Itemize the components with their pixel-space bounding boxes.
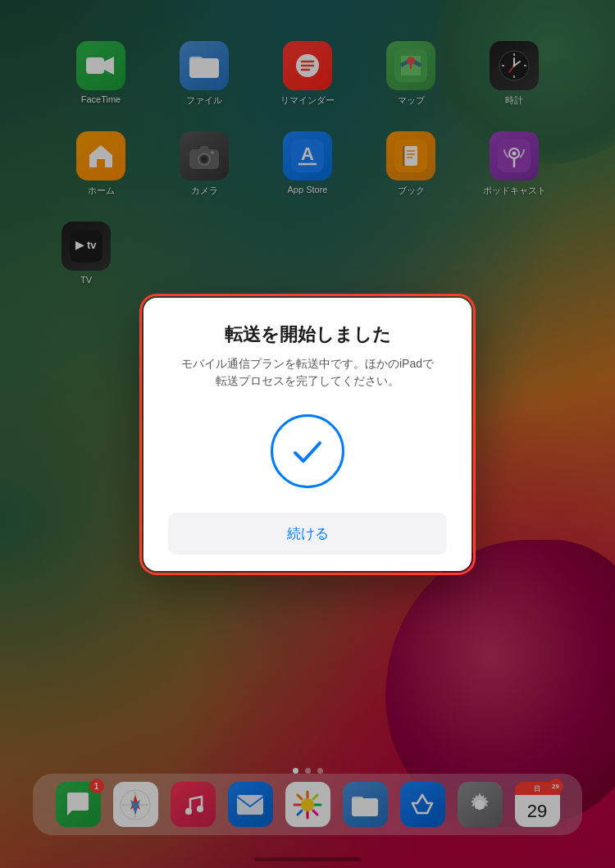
transfer-modal: 転送を開始しました モバイル通信プランを転送中です。ほかのiPadで転送プロセス… bbox=[144, 298, 472, 571]
continue-button[interactable]: 続ける bbox=[168, 513, 447, 555]
checkmark-circle bbox=[271, 414, 344, 488]
modal-title: 転送を開始しました bbox=[225, 322, 391, 347]
home-indicator bbox=[254, 857, 361, 861]
modal-description: モバイル通信プランを転送中です。ほかのiPadで転送プロセスを完了してください。 bbox=[181, 355, 434, 390]
modal-overlay: 転送を開始しました モバイル通信プランを転送中です。ほかのiPadで転送プロセス… bbox=[0, 0, 615, 868]
